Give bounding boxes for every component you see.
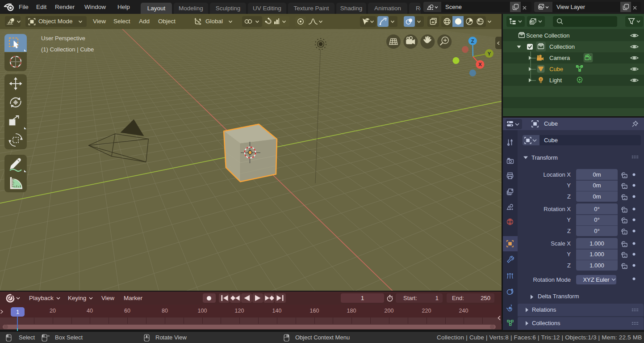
svg-text:Z: Z bbox=[471, 38, 474, 44]
svg-text:X: X bbox=[478, 62, 482, 67]
svg-text:Y: Y bbox=[487, 51, 491, 56]
